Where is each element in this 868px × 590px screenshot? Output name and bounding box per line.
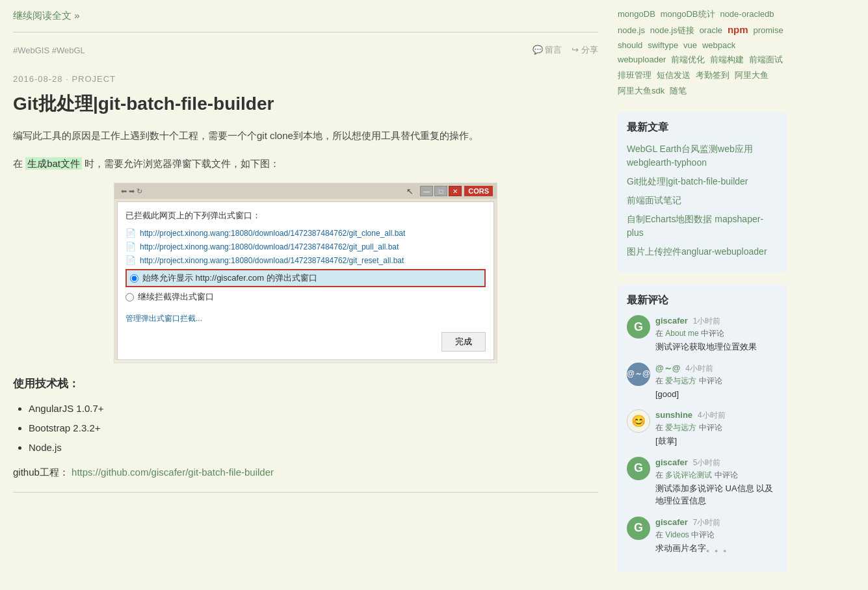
github-prefix: github工程： <box>13 467 69 478</box>
tag-nodejs[interactable]: node.js <box>618 25 645 35</box>
file-icon-1: 📄 <box>125 228 136 238</box>
comment-location-link-1[interactable]: About me <box>665 329 698 338</box>
latest-article-4[interactable]: 自制Echarts地图数据 mapshaper-plus <box>627 212 778 240</box>
latest-article-3[interactable]: 前端面试笔记 <box>627 194 778 207</box>
tech-item-2: Bootstrap 2.3.2+ <box>29 418 598 438</box>
article-desc2: 在 生成bat文件 时，需要允许浏览器弹窗下载文件，如下图： <box>13 155 598 172</box>
comment-location-link-3[interactable]: 爱与远方 <box>665 423 696 432</box>
comment-text-4: 测试添加多说评论 UA信息 以及地理位置信息 <box>655 482 778 507</box>
comment-time-3: 4小时前 <box>698 411 726 420</box>
latest-articles-section: 最新文章 WebGL Earth台风监测web应用 webglearth-typ… <box>618 112 787 273</box>
download-link-3[interactable]: http://project.xinong.wang:18080/downloa… <box>140 256 404 265</box>
popup-title: 已拦截此网页上的下列弹出式窗口： <box>125 210 486 222</box>
browser-screenshot: ⬅ ➡ ↻ ↖ — □ ✕ CORS 已拦截此网页上的下列弹出式窗口： <box>114 183 497 363</box>
comment-location-3: 在 爱与远方 中评论 <box>655 422 778 433</box>
comment-location-link-2[interactable]: 爱与远方 <box>665 376 696 385</box>
article-title: Git批处理|git-batch-file-builder <box>13 92 598 116</box>
tag-frontend-opt[interactable]: 前端优化 <box>671 54 705 66</box>
avatar-4: G <box>627 457 650 480</box>
meta-separator: · <box>66 74 69 84</box>
radio-block-label: 继续拦截弹出式窗口 <box>138 291 214 303</box>
tag-vue[interactable]: vue <box>683 40 697 50</box>
post-tags: #WebGIS #WebGL <box>13 45 85 55</box>
minimize-btn[interactable]: — <box>420 186 433 196</box>
comment-time-2: 4小时前 <box>685 364 713 373</box>
tag-swiftype[interactable]: swiftype <box>648 40 678 50</box>
close-btn[interactable]: ✕ <box>449 186 462 196</box>
desc2-prefix: 在 <box>13 158 23 169</box>
tag-alifish-sdk[interactable]: 阿里大鱼sdk <box>618 85 664 97</box>
comment-body-3: sunshine 4小时前 在 爱与远方 中评论 [鼓掌] <box>655 409 778 448</box>
latest-comments-section: 最新评论 G giscafer 1小时前 在 About me 中评论 测试评论… <box>618 285 787 572</box>
popup-footer: 完成 <box>125 332 486 352</box>
post-tags-bar: #WebGIS #WebGL 💬 留言 ↪ 分享 <box>13 39 598 61</box>
comment-location-link-5[interactable]: Videos <box>665 530 689 539</box>
tags-cloud: mongoDB mongoDB统计 node-oracledb node.js … <box>618 6 787 99</box>
tag-frontend-interview[interactable]: 前端面试 <box>749 54 783 66</box>
maximize-btn[interactable]: □ <box>434 186 447 196</box>
tag-sms[interactable]: 短信发送 <box>657 70 690 81</box>
article-meta: 2016-08-28 · PROJECT <box>13 74 598 84</box>
top-divider <box>13 32 598 32</box>
done-button[interactable]: 完成 <box>441 332 486 352</box>
sidebar: mongoDB mongoDB统计 node-oracledb node.js … <box>618 6 787 584</box>
download-link-2[interactable]: http://project.xinong.wang:18080/downloa… <box>140 242 399 251</box>
article-category: PROJECT <box>72 74 116 84</box>
radio-allow: 始终允许显示 http://giscafer.com 的弹出式窗口 <box>125 269 486 287</box>
tech-item-3: Node.js <box>29 438 598 457</box>
tag-node-oracledb[interactable]: node-oracledb <box>720 9 774 19</box>
comment-icon: 💬 <box>533 45 546 55</box>
comment-body-1: giscafer 1小时前 在 About me 中评论 测试评论获取地理位置效… <box>655 315 778 353</box>
tag-npm[interactable]: npm <box>728 24 748 35</box>
tag-schedule[interactable]: 排班管理 <box>618 70 651 81</box>
comment-item-1: G giscafer 1小时前 在 About me 中评论 测试评论获取地理位… <box>627 315 778 353</box>
share-action[interactable]: ↪ 分享 <box>572 44 598 56</box>
latest-comments-title: 最新评论 <box>627 294 778 307</box>
comment-action[interactable]: 💬 留言 <box>533 44 562 56</box>
tag-should[interactable]: should <box>618 40 642 50</box>
latest-article-2[interactable]: Git批处理|git-batch-file-builder <box>627 175 778 188</box>
main-content: 继续阅读全文 » #WebGIS #WebGL 💬 留言 ↪ 分享 2016-0… <box>13 6 618 584</box>
tag-webpack[interactable]: webpack <box>702 40 735 50</box>
avatar-5: G <box>627 517 650 540</box>
desc2-suffix: 时，需要允许浏览器弹窗下载文件，如下图： <box>85 158 280 169</box>
comment-item-5: G giscafer 7小时前 在 Videos 中评论 求动画片名字。。。 <box>627 517 778 555</box>
tag-mongodb-stats[interactable]: mongoDB统计 <box>661 8 715 20</box>
download-link-1[interactable]: http://project.xinong.wang:18080/downloa… <box>140 229 405 238</box>
avatar-3: 😊 <box>627 409 650 433</box>
highlight-text: 生成bat文件 <box>25 157 82 170</box>
download-item-1: 📄 http://project.xinong.wang:18080/downl… <box>125 228 486 238</box>
radio-block-input[interactable] <box>125 293 134 301</box>
download-item-3: 📄 http://project.xinong.wang:18080/downl… <box>125 255 486 265</box>
latest-article-5[interactable]: 图片上传控件angluar-webuploader <box>627 245 778 259</box>
continue-read-link[interactable]: 继续阅读全文 » <box>13 10 80 21</box>
popup-dialog: 已拦截此网页上的下列弹出式窗口： 📄 http://project.xinong… <box>117 201 494 360</box>
tag-promise[interactable]: promise <box>754 25 783 35</box>
file-icon-3: 📄 <box>125 255 136 265</box>
comment-location-4: 在 多说评论测试 中评论 <box>655 470 778 481</box>
latest-article-1[interactable]: WebGL Earth台风监测web应用 webglearth-typhoon <box>627 142 778 170</box>
tag-essay[interactable]: 随笔 <box>670 85 687 97</box>
github-url-link[interactable]: https://github.com/giscafer/git-batch-fi… <box>72 467 274 478</box>
radio-allow-input[interactable] <box>130 274 138 283</box>
manage-popup-link[interactable]: 管理弹出式窗口拦截... <box>125 313 202 324</box>
tag-frontend-build[interactable]: 前端构建 <box>710 54 744 66</box>
browser-topbar: ⬅ ➡ ↻ ↖ — □ ✕ CORS <box>114 183 497 199</box>
tech-stack: 使用技术栈： AngularJS 1.0.7+ Bootstrap 2.3.2+… <box>13 376 598 457</box>
comment-location-5: 在 Videos 中评论 <box>655 530 778 541</box>
tag-alifish[interactable]: 阿里大鱼 <box>735 70 769 81</box>
comment-item-2: @～@ @～@ 4小时前 在 爱与远方 中评论 [good] <box>627 363 778 401</box>
tech-item-1: AngularJS 1.0.7+ <box>29 399 598 418</box>
tag-oracle[interactable]: oracle <box>700 25 722 35</box>
window-controls: — □ ✕ <box>420 186 462 196</box>
comment-item-3: 😊 sunshine 4小时前 在 爱与远方 中评论 [鼓掌] <box>627 409 778 448</box>
radio-allow-label: 始终允许显示 http://giscafer.com 的弹出式窗口 <box>142 272 317 284</box>
tag-mongodb[interactable]: mongoDB <box>618 9 655 19</box>
tag-webuploader[interactable]: webuploader <box>618 55 666 64</box>
tag-attendance[interactable]: 考勤签到 <box>696 70 730 81</box>
tag-nodejs-link[interactable]: node.js链接 <box>650 25 694 36</box>
cors-badge: CORS <box>464 186 493 196</box>
latest-articles-title: 最新文章 <box>627 121 778 135</box>
comment-location-link-4[interactable]: 多说评论测试 <box>665 470 712 480</box>
comment-label: 留言 <box>545 45 562 55</box>
